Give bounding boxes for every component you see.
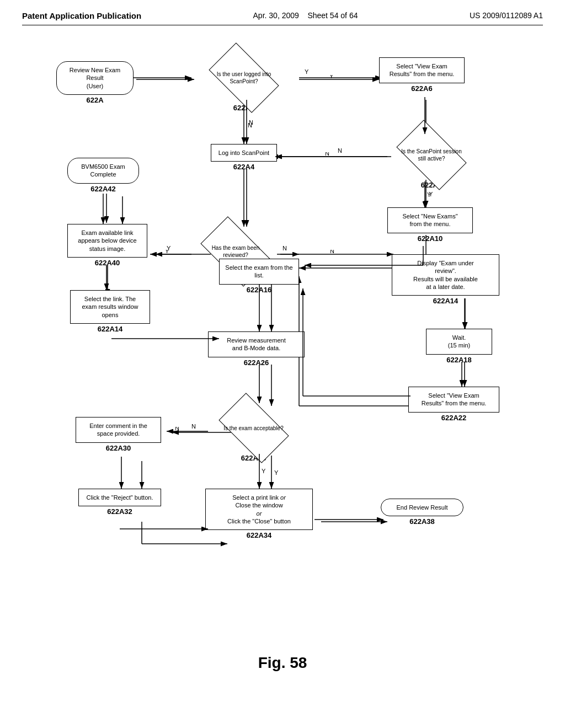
arrow-622A22-622A16: [300, 286, 416, 402]
svg-text:Y: Y: [274, 469, 279, 476]
node-622A34: Select a print link orClose the windowor…: [205, 489, 313, 540]
arrow-622A28-622A30: N: [164, 427, 208, 438]
arrow-622A12-622A14right: N: [280, 250, 396, 261]
node-622A4-text: Log into ScanPoint: [218, 149, 269, 156]
svg-text:N: N: [249, 119, 253, 126]
header: Patent Application Publication Apr. 30, …: [22, 11, 543, 25]
node-622A18: Wait.(15 min) 622A18: [426, 329, 492, 365]
node-622A6-text: Select "View ExamResults" from the menu.: [390, 63, 455, 77]
arrow-622A42-622A40: [102, 194, 113, 226]
arrow-622A26-622A28: [255, 365, 266, 406]
node-622A26-text: Review measurementand B-Mode data.: [227, 337, 285, 351]
node-622A4: Log into ScanPoint 622A4: [211, 144, 277, 172]
arrow-622A40-622A14left: [102, 265, 113, 293]
diagram-container: Y N Y N Y N: [23, 36, 542, 643]
node-622A30: Enter comment in thespace provided. 622A…: [76, 417, 161, 453]
node-622A16-text: Select the exam from thelist.: [225, 264, 292, 279]
node-622A22: Select "View ExamResults" from the menu.…: [408, 387, 499, 422]
node-622A38-text: End Review Result: [397, 504, 448, 511]
node-622A6: Select "View ExamResults" from the menu.…: [379, 57, 465, 93]
svg-text:N: N: [175, 427, 179, 431]
svg-text:Y: Y: [329, 75, 334, 79]
node-622A34-text: Select a print link orClose the windowor…: [227, 494, 291, 524]
arrow-622A30-622A32: [117, 457, 128, 491]
node-622A32-text: Click the "Reject" button.: [87, 494, 153, 501]
node-622A8: Is the ScanPoint sessionstill active? 62…: [387, 130, 476, 190]
node-622A42-text: BVM6500 ExamComplete: [81, 163, 125, 178]
arrow-622A6-622A8: [420, 97, 431, 137]
node-622A40: Exam available linkappears below devices…: [67, 224, 147, 268]
figure-caption: Fig. 58: [22, 654, 543, 672]
node-622A42: BVM6500 ExamComplete 622A42: [67, 158, 139, 194]
node-622A-label: 622A: [56, 96, 134, 105]
node-622A32-label: 622A32: [78, 507, 161, 517]
node-622A10: Select "New Exams"from the menu. 622A10: [387, 207, 473, 243]
arrow-622A28-622A34: Y: [255, 454, 266, 491]
header-sheet: Sheet 54 of 64: [307, 11, 358, 20]
node-622A14-left-text: Select the link. Theexam results windowo…: [82, 296, 138, 318]
arrow-622A12-622A14left: Y: [153, 250, 193, 261]
node-622A32: Click the "Reject" button. 622A32: [78, 489, 161, 517]
arrow-622A2-622A4: N: [242, 100, 253, 147]
node-622A18-text: Wait.(15 min): [448, 334, 470, 349]
svg-text:Y: Y: [165, 250, 169, 254]
node-622A6-label: 622A6: [379, 84, 465, 94]
node-622A22-label: 622A22: [408, 414, 499, 423]
header-date: Apr. 30, 2009: [253, 11, 299, 20]
node-622A28: Is the exam acceptable? 622A28: [205, 403, 302, 463]
arrow-622A4-622A12: [242, 169, 253, 229]
header-patent: US 2009/0112089 A1: [470, 11, 543, 20]
node-622A38-label: 622A38: [381, 517, 463, 527]
arrow-622A2-622A6: Y: [299, 75, 382, 86]
node-622A40-text: Exam available linkappears below devices…: [78, 229, 136, 252]
svg-text:Y: Y: [427, 191, 431, 198]
arrow-622A14left-622A16: [111, 334, 222, 345]
arrow-622A18-622A22: [457, 362, 468, 389]
header-title: Patent Application Publication: [22, 11, 141, 20]
node-622A10-text: Select "New Exams"from the menu.: [402, 213, 457, 227]
svg-text:Y: Y: [305, 68, 309, 75]
arrow-622A8-622A10: Y: [420, 181, 431, 211]
node-622A14-left-label: 622A14: [70, 325, 150, 334]
node-622A42-label: 622A42: [67, 185, 139, 194]
node-622A10-label: 622A10: [387, 234, 473, 244]
node-622A30-label: 622A30: [76, 444, 161, 453]
node-622A38: End Review Result 622A38: [381, 499, 463, 527]
arrow-622A-622A2: [136, 75, 197, 86]
arrow-622A32-622A34: [120, 521, 211, 537]
arrow-622A8-622A4: N: [273, 152, 393, 163]
node-622A22-text: Select "View ExamResults" from the menu.: [422, 392, 487, 406]
svg-text:N: N: [330, 250, 334, 254]
node-622A30-text: Enter comment in thespace provided.: [89, 422, 147, 437]
node-622A34-label: 622A34: [205, 531, 313, 540]
node-622A26: Review measurementand B-Mode data. 622A2…: [208, 331, 305, 367]
arrow-622A14r-622A18: [461, 298, 472, 331]
node-622A-text: Review New ExamResult(User): [70, 67, 120, 89]
node-622A: Review New ExamResult(User) 622A: [56, 61, 134, 105]
node-622A14-left: Select the link. Theexam results windowo…: [70, 290, 150, 334]
svg-text:N: N: [325, 152, 329, 157]
arrow-622A34-622A38: [315, 515, 386, 526]
arrow-622A16-626A26: [255, 285, 266, 334]
header-info: Apr. 30, 2009 Sheet 54 of 64: [253, 11, 358, 20]
svg-text:Y: Y: [262, 468, 266, 474]
page: Patent Application Publication Apr. 30, …: [0, 0, 565, 728]
